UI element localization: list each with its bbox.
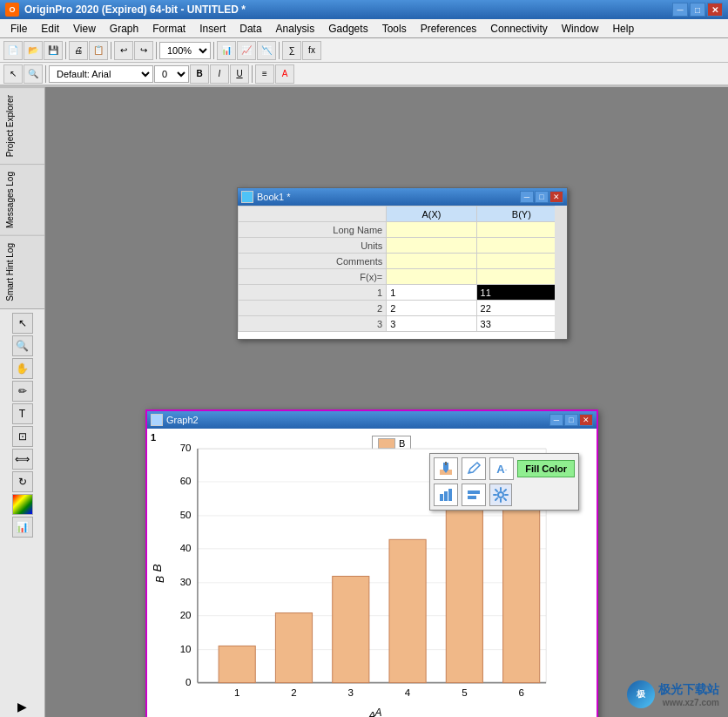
analysis-btn2[interactable]: fx <box>302 41 321 60</box>
graph-btn1[interactable]: 📊 <box>217 41 236 60</box>
maximize-button[interactable]: □ <box>690 3 705 17</box>
cell-a-fx[interactable] <box>387 269 476 285</box>
undo-button[interactable]: ↩ <box>114 41 133 60</box>
graph-btn2[interactable]: 📈 <box>237 41 256 60</box>
print-button[interactable]: 🖨 <box>69 41 88 60</box>
book-minimize[interactable]: ─ <box>520 191 534 203</box>
graph-close[interactable]: ✕ <box>579 414 593 426</box>
book-maximize[interactable]: □ <box>535 191 549 203</box>
col-b-header[interactable]: B(Y) <box>476 206 566 222</box>
bar-chart2-button[interactable] <box>462 484 486 506</box>
menu-analysis[interactable]: Analysis <box>269 19 322 37</box>
title-bar: O OriginPro 2020 (Expired) 64-bit - UNTI… <box>0 0 728 19</box>
book-title: Book1 * <box>257 192 516 202</box>
cell-b-comments[interactable] <box>476 254 566 269</box>
zoom-combo[interactable]: 100% <box>159 42 211 59</box>
menu-insert[interactable]: Insert <box>192 19 233 37</box>
menu-window[interactable]: Window <box>555 19 606 37</box>
gear-button[interactable] <box>489 484 512 506</box>
menu-view[interactable]: View <box>66 19 103 37</box>
pencil-button[interactable] <box>462 457 486 480</box>
region-tool[interactable]: ⊡ <box>12 426 33 447</box>
graph-titlebar[interactable]: Graph2 ─ □ ✕ <box>147 411 597 429</box>
menu-data[interactable]: Data <box>233 19 268 37</box>
project-explorer-tab[interactable]: Project Explorer <box>0 87 44 164</box>
cell-b-longname[interactable] <box>476 222 566 238</box>
main-area: Book1 * ─ □ ✕ A(X) B(Y) Long Name <box>45 87 728 717</box>
analysis-btn[interactable]: ∑ <box>282 41 301 60</box>
cell-a-1[interactable]: 1 <box>387 285 476 301</box>
cell-b-3[interactable]: 33 <box>476 316 566 332</box>
open-button[interactable]: 📂 <box>24 41 43 60</box>
svg-rect-30 <box>275 613 312 683</box>
app-icon: O <box>5 3 19 17</box>
menu-tools[interactable]: Tools <box>375 19 414 37</box>
svg-text:60: 60 <box>180 476 192 486</box>
pan-tool[interactable]: ✋ <box>12 358 33 379</box>
bar-chart-button[interactable] <box>434 484 458 506</box>
cell-b-fx[interactable] <box>476 269 566 285</box>
minimize-button[interactable]: ─ <box>672 3 688 17</box>
row-units: Units <box>239 238 567 254</box>
cell-b-units[interactable] <box>476 238 566 254</box>
italic-btn[interactable]: I <box>210 64 229 84</box>
book-titlebar[interactable]: Book1 * ─ □ ✕ <box>238 188 567 206</box>
book-close[interactable]: ✕ <box>549 191 563 203</box>
menu-edit[interactable]: Edit <box>34 19 66 37</box>
underline-btn[interactable]: U <box>230 64 249 84</box>
row-label-longname: Long Name <box>239 222 387 238</box>
cell-a-units[interactable] <box>387 238 476 254</box>
menu-file[interactable]: File <box>3 19 34 37</box>
select-tool[interactable]: ↖ <box>12 313 33 334</box>
cell-a-comments[interactable] <box>387 254 476 269</box>
cell-a-3[interactable]: 3 <box>387 316 476 332</box>
font-color-btn[interactable]: A <box>275 64 294 84</box>
col-a-header[interactable]: A(X) <box>387 206 476 222</box>
expand-panel[interactable]: ▶ <box>0 696 44 717</box>
menu-help[interactable]: Help <box>605 19 641 37</box>
menu-format[interactable]: Format <box>145 19 192 37</box>
close-app-button[interactable]: ✕ <box>707 3 723 17</box>
save-button[interactable]: 💾 <box>44 41 63 60</box>
graph-title: Graph2 <box>166 415 546 425</box>
bold-btn[interactable]: B <box>190 64 209 84</box>
copy-button[interactable]: 📋 <box>89 41 108 60</box>
svg-rect-7 <box>468 490 480 494</box>
cell-b-2[interactable]: 22 <box>476 301 566 316</box>
cell-a-2[interactable]: 2 <box>387 301 476 316</box>
svg-rect-31 <box>333 576 369 682</box>
new-button[interactable]: 📄 <box>3 41 23 60</box>
svg-text:70: 70 <box>180 443 192 453</box>
graph-btn3[interactable]: 📉 <box>257 41 276 60</box>
redo-button[interactable]: ↪ <box>134 41 153 60</box>
font-size-combo[interactable]: 0 <box>154 65 189 83</box>
row-1: 1 1 11 <box>239 285 567 301</box>
messages-log-tab[interactable]: Messages Log <box>0 164 44 235</box>
pointer-btn[interactable]: ↖ <box>3 64 23 84</box>
text-tool[interactable]: T <box>12 403 33 424</box>
rotate-tool[interactable]: ↻ <box>12 471 33 492</box>
data-reader[interactable]: 📊 <box>12 517 33 538</box>
draw-tool[interactable]: ✏ <box>12 381 33 402</box>
menu-preferences[interactable]: Preferences <box>414 19 484 37</box>
color-palette[interactable] <box>12 494 33 515</box>
row-long-name: Long Name <box>239 222 567 238</box>
menu-graph[interactable]: Graph <box>103 19 145 37</box>
text-button[interactable]: A - <box>489 457 514 480</box>
book-scrollbar[interactable] <box>555 206 567 339</box>
cell-a-longname[interactable] <box>387 222 476 238</box>
graph-maximize[interactable]: □ <box>564 414 578 426</box>
sep7 <box>252 65 253 83</box>
menu-connectivity[interactable]: Connectivity <box>483 19 554 37</box>
font-name-combo[interactable]: Default: Arial <box>49 65 153 83</box>
zoom-tool[interactable]: 🔍 <box>12 335 33 356</box>
align-left-btn[interactable]: ≡ <box>255 64 274 84</box>
menu-gadgets[interactable]: Gadgets <box>321 19 374 37</box>
zoom-in-btn[interactable]: 🔍 <box>24 64 43 84</box>
graph-minimize[interactable]: ─ <box>549 414 563 426</box>
scale-tool[interactable]: ⟺ <box>12 449 33 470</box>
paint-bucket-button[interactable] <box>434 457 458 480</box>
fill-color-button[interactable]: Fill Color <box>517 460 575 477</box>
cell-b-1[interactable]: 11 <box>476 285 566 301</box>
smart-hint-log-tab[interactable]: Smart Hint Log <box>0 235 44 308</box>
